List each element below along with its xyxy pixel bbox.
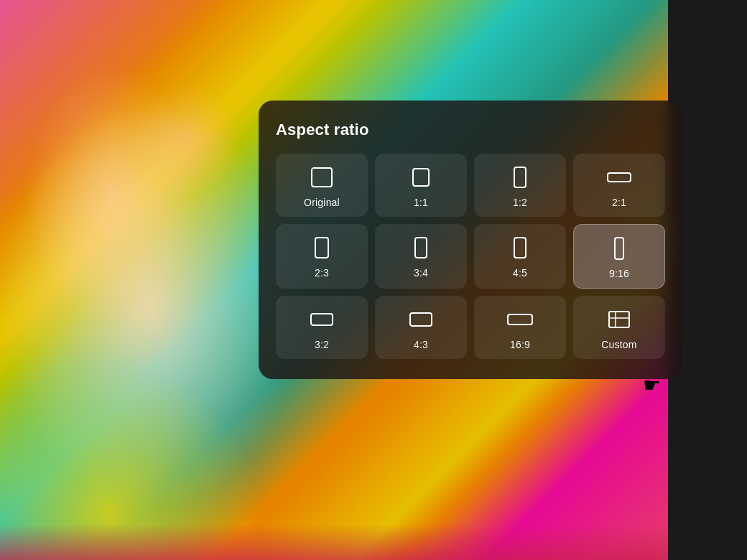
3-2-icon [308, 307, 335, 332]
ratio-label-4-5: 4:5 [513, 267, 527, 279]
aspect-ratio-panel: Aspect ratio Original 1:1 [259, 101, 682, 379]
original-icon [308, 165, 335, 190]
svg-rect-0 [312, 168, 332, 187]
svg-rect-11 [609, 312, 629, 327]
ratio-label-1-1: 1:1 [414, 197, 428, 208]
svg-rect-7 [615, 238, 623, 259]
svg-rect-3 [608, 173, 631, 182]
4-3-icon [407, 307, 435, 332]
ratio-btn-original[interactable]: Original [276, 154, 368, 217]
ratio-label-1-2: 1:2 [513, 197, 527, 208]
svg-rect-4 [315, 238, 328, 258]
16-9-icon [506, 307, 534, 332]
ratio-label-original: Original [304, 197, 340, 208]
ratio-grid: Original 1:1 1:2 2:1 [276, 154, 665, 359]
ratio-label-9-16: 9:16 [609, 268, 629, 279]
ratio-btn-3-2[interactable]: 3:2 [276, 296, 368, 359]
4-5-icon [506, 235, 534, 260]
svg-rect-1 [413, 169, 429, 186]
3-4-icon [407, 235, 435, 260]
dark-bottom-panel [0, 524, 668, 560]
ratio-label-16-9: 16:9 [510, 339, 530, 350]
svg-rect-6 [514, 238, 526, 258]
panel-title: Aspect ratio [276, 121, 665, 139]
ratio-btn-2-1[interactable]: 2:1 [573, 154, 665, 217]
ratio-btn-2-3[interactable]: 2:3 [276, 224, 368, 289]
2-3-icon [308, 235, 335, 260]
svg-rect-10 [508, 314, 532, 325]
ratio-label-3-4: 3:4 [414, 267, 428, 279]
ratio-btn-9-16[interactable]: 9:16 [573, 224, 665, 289]
2-1-icon [606, 165, 633, 190]
ratio-label-4-3: 4:3 [414, 339, 428, 350]
ratio-btn-4-5[interactable]: 4:5 [474, 224, 566, 289]
9-16-icon [606, 236, 633, 261]
ratio-btn-16-9[interactable]: 16:9 [474, 296, 566, 359]
ratio-btn-1-2[interactable]: 1:2 [474, 154, 566, 217]
1-2-icon [506, 165, 534, 190]
ratio-label-2-1: 2:1 [612, 197, 626, 208]
ratio-btn-4-3[interactable]: 4:3 [375, 296, 467, 359]
ratio-label-3-2: 3:2 [315, 339, 329, 350]
svg-rect-8 [311, 314, 333, 325]
ratio-label-2-3: 2:3 [315, 267, 329, 279]
1-1-icon [407, 165, 435, 190]
ratio-btn-custom[interactable]: Custom [573, 296, 665, 359]
svg-rect-5 [415, 238, 427, 258]
ratio-label-custom: Custom [601, 339, 636, 350]
svg-rect-2 [514, 167, 526, 187]
ratio-btn-3-4[interactable]: 3:4 [375, 224, 467, 289]
custom-icon [606, 307, 633, 332]
svg-rect-9 [410, 313, 432, 326]
ratio-btn-1-1[interactable]: 1:1 [375, 154, 467, 217]
